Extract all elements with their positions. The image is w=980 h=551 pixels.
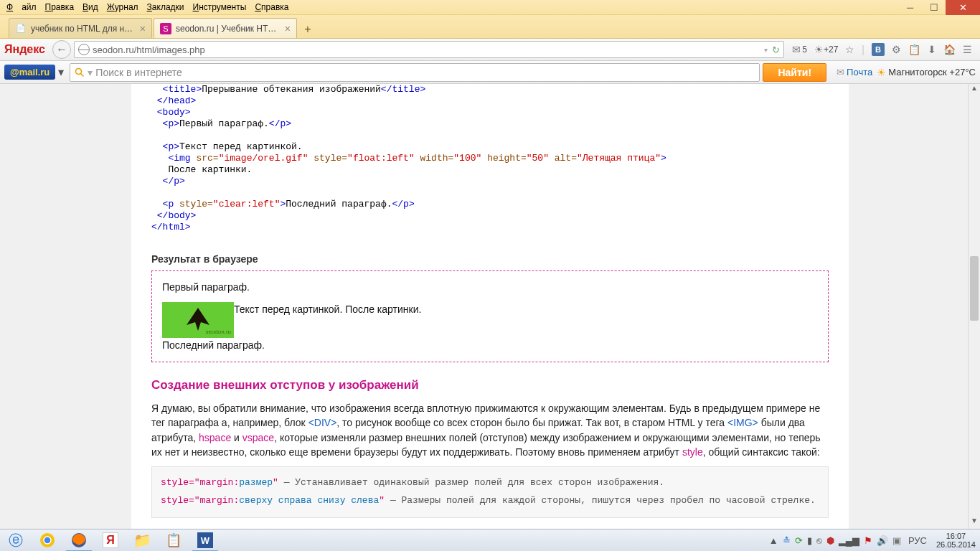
search-button[interactable]: Найти!	[763, 63, 826, 82]
dropdown-icon[interactable]: ▾	[764, 46, 768, 54]
sun-icon: ☀	[877, 67, 886, 78]
system-tray: ▲ ≛ ⟳ ▮ ⎋ ⬢ ▂▄▆ ⚑ 🔊 ▣ РУС 16:07 26.05.20…	[767, 532, 980, 549]
mailru-toolbar: @mail.ru ▾ ▾ Поиск в интернете Найти! ✉П…	[0, 61, 980, 84]
weather-widget[interactable]: ☀Магнитогорск +27°C	[877, 67, 976, 78]
browser-tabsbar: 📄 учебник по HTML для начи... × S seodon…	[0, 15, 980, 39]
menu-bookmarks[interactable]: Закладки	[143, 1, 189, 14]
window-maximize[interactable]: ☐	[922, 0, 946, 15]
tray-bluetooth-icon[interactable]: ≛	[783, 535, 791, 546]
svg-line-1	[81, 73, 84, 76]
menu-view[interactable]: Вид	[78, 1, 103, 14]
taskbar-yandex[interactable]: Я	[95, 529, 126, 552]
code-block: <title>Прерывание обтекания изображений<…	[138, 84, 842, 233]
url-text: seodon.ru/html/images.php	[93, 44, 205, 55]
tray-show-hidden-icon[interactable]: ▲	[769, 535, 778, 546]
envelope-icon: ✉	[837, 67, 844, 77]
tray-flag-icon[interactable]: ⚑	[864, 535, 872, 546]
search-icon	[75, 67, 85, 77]
tab-close-icon[interactable]: ×	[285, 23, 291, 34]
result-p1: Первый параграф.	[162, 280, 818, 295]
syntax-block: style="margin:размер" — Устанавливает од…	[151, 466, 829, 517]
yandex-logo[interactable]: Яндекс	[4, 43, 45, 56]
tray-usb-icon[interactable]: ⎋	[816, 535, 822, 546]
scroll-up-icon[interactable]: ▲	[969, 84, 980, 96]
weather-icon[interactable]: ☀+27	[814, 44, 838, 55]
search-dropdown-icon[interactable]: ▾	[88, 67, 93, 78]
tab-title: seodon.ru | Учебник HTM...	[176, 24, 281, 34]
tray-network-icon[interactable]: ▂▄▆	[839, 535, 859, 546]
window-menubar: Файл Правка Вид Журнал Закладки Инструме…	[0, 0, 980, 15]
tab-favicon: 📄	[15, 23, 27, 34]
vertical-scrollbar[interactable]: ▲ ▼	[968, 84, 980, 529]
taskbar-notepad[interactable]: 📋	[158, 529, 189, 552]
scroll-down-icon[interactable]: ▼	[969, 517, 980, 529]
home-icon[interactable]: 🏠	[943, 44, 956, 55]
mailru-logo[interactable]: @mail.ru	[4, 65, 55, 80]
bookmark-star-icon[interactable]: ☆	[845, 44, 854, 55]
vk-icon[interactable]: В	[872, 43, 885, 56]
browser-tab[interactable]: S seodon.ru | Учебник HTM... ×	[154, 18, 297, 38]
result-heading: Результат в браузере	[151, 253, 842, 265]
tray-volume-icon[interactable]: 🔊	[877, 535, 888, 546]
section-paragraph: Я думаю, вы обратили внимание, что изобр…	[151, 401, 829, 459]
tab-close-icon[interactable]: ×	[140, 23, 146, 34]
mailru-dropdown-icon[interactable]: ▾	[55, 65, 67, 79]
syntax-line: style="margin:размер" — Устанавливает од…	[161, 474, 819, 492]
tray-language[interactable]: РУС	[905, 534, 930, 547]
section-heading: Создание внешних отступов у изображений	[151, 378, 829, 392]
new-tab-button[interactable]: +	[298, 21, 317, 38]
settings-gear-icon[interactable]: ⚙	[892, 44, 901, 55]
eagle-image: seodon.ru	[162, 302, 234, 338]
mail-link[interactable]: ✉Почта	[837, 67, 872, 77]
taskbar-explorer[interactable]: 📁	[126, 529, 158, 552]
tray-app-icon[interactable]: ▣	[892, 535, 901, 546]
taskbar-firefox[interactable]	[63, 529, 95, 552]
window-close[interactable]: ✕	[946, 0, 980, 15]
clipboard-icon[interactable]: 📋	[908, 44, 920, 55]
taskbar-ie[interactable]: ⓔ	[0, 529, 32, 552]
svg-point-0	[76, 68, 82, 74]
menu-tools[interactable]: Инструменты	[189, 1, 251, 14]
taskbar-chrome[interactable]	[32, 529, 63, 552]
search-placeholder: Поиск в интернете	[95, 67, 182, 78]
result-p3: Последний параграф.	[162, 338, 818, 353]
menu-journal[interactable]: Журнал	[103, 1, 143, 14]
result-preview: Первый параграф. seodon.ru Текст перед к…	[151, 270, 829, 362]
tab-favicon: S	[160, 23, 171, 34]
separator: |	[862, 44, 864, 55]
site-identity-icon	[78, 44, 90, 55]
menu-help[interactable]: Справка	[250, 1, 293, 14]
tab-title: учебник по HTML для начи...	[31, 24, 136, 34]
browser-tab[interactable]: 📄 учебник по HTML для начи... ×	[9, 18, 152, 38]
taskbar-word[interactable]: W	[189, 529, 221, 552]
tray-battery-icon[interactable]: ▮	[807, 535, 812, 546]
tray-clock[interactable]: 16:07 26.05.2014	[936, 532, 976, 549]
tray-sync-icon[interactable]: ⟳	[795, 535, 803, 546]
window-minimize[interactable]: ─	[898, 0, 922, 15]
search-input[interactable]: ▾ Поиск в интернете	[70, 63, 760, 82]
browser-navbar: Яндекс ← seodon.ru/html/images.php ▾ ↻ ✉…	[0, 39, 980, 61]
hamburger-menu-icon[interactable]: ☰	[963, 44, 972, 55]
toolbar-icons: ✉5 ☀+27 ☆ | В ⚙ 📋 ⬇ 🏠 ☰	[788, 43, 976, 56]
tray-shield-icon[interactable]: ⬢	[826, 535, 834, 546]
menu-edit[interactable]: Правка	[41, 1, 79, 14]
windows-taskbar: ⓔ Я 📁 📋 W ▲ ≛ ⟳ ▮ ⎋ ⬢ ▂▄▆ ⚑ 🔊 ▣ РУС 16:0…	[0, 529, 980, 551]
menu-file[interactable]: Файл	[2, 1, 41, 14]
scroll-thumb[interactable]	[970, 256, 979, 321]
reload-icon[interactable]: ↻	[772, 44, 780, 55]
back-button[interactable]: ←	[52, 40, 71, 59]
mail-icon[interactable]: ✉5	[792, 44, 807, 55]
page-viewport: <title>Прерывание обтекания изображений<…	[0, 84, 980, 529]
result-p2: seodon.ru Текст перед картинкой. После к…	[162, 302, 818, 338]
page-content: <title>Прерывание обтекания изображений<…	[131, 84, 849, 529]
syntax-line: style="margin:сверху справа снизу слева"…	[161, 492, 819, 510]
url-bar[interactable]: seodon.ru/html/images.php ▾ ↻	[74, 41, 784, 58]
downloads-icon[interactable]: ⬇	[928, 44, 936, 55]
